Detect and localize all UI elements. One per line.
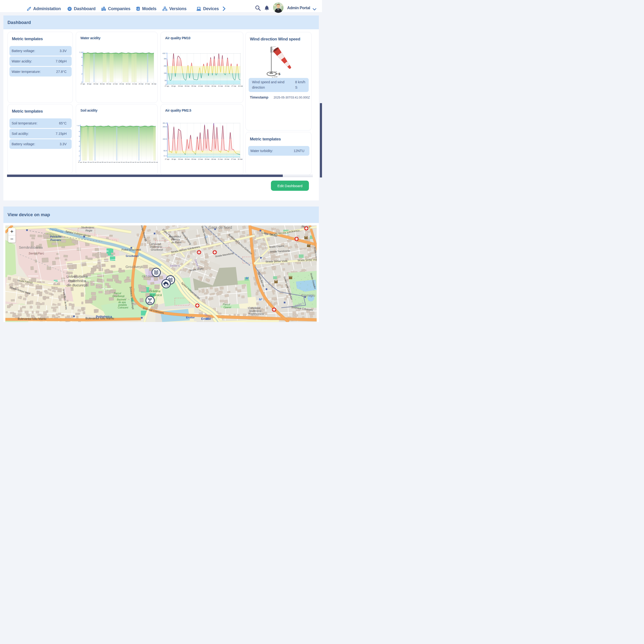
svg-text:55.5: 55.5 <box>163 150 167 152</box>
svg-text:Gara de Nord: Gara de Nord <box>209 225 232 230</box>
svg-text:03 mai: 03 mai <box>178 85 183 87</box>
svg-text:21 mai: 21 mai <box>132 83 137 85</box>
svg-text:Bulevardul Iuliu Maniu: Bulevardul Iuliu Maniu <box>85 317 114 320</box>
svg-text:Petrache: Petrache <box>50 235 61 238</box>
svg-text:Sema Parc: Sema Parc <box>29 252 44 255</box>
svg-text:30 apr.: 30 apr. <box>87 83 92 85</box>
svg-text:Parcul: Parcul <box>114 292 121 295</box>
svg-text:2: 2 <box>81 73 82 75</box>
svg-text:Campusul: Campusul <box>149 242 161 245</box>
svg-text:Operei: Operei <box>223 306 231 309</box>
svg-text:14 mai: 14 mai <box>116 161 120 163</box>
svg-text:6: 6 <box>81 56 82 58</box>
svg-text:06 mai: 06 mai <box>97 161 101 163</box>
svg-text:de apa: de apa <box>118 301 126 304</box>
svg-text:24 mai: 24 mai <box>139 161 144 163</box>
svg-text:Parcul: Parcul <box>223 303 230 306</box>
svg-text:SE: SE <box>274 70 277 73</box>
svg-text:𝑀: 𝑀 <box>206 317 209 321</box>
svg-text:09 mai: 09 mai <box>192 158 196 160</box>
svg-text:02 mai: 02 mai <box>88 161 92 163</box>
svg-text:20 mai: 20 mai <box>130 161 134 163</box>
svg-text:27 apr.: 27 apr. <box>78 161 83 163</box>
svg-text:03 mai: 03 mai <box>93 83 98 85</box>
svg-text:150.5: 150.5 <box>163 138 167 140</box>
svg-text:24 mai: 24 mai <box>224 158 229 160</box>
svg-text:4: 4 <box>81 65 82 66</box>
svg-text:7.15: 7.15 <box>79 52 82 53</box>
svg-text:428.7: 428.7 <box>162 53 167 54</box>
svg-text:08 mai: 08 mai <box>102 161 106 163</box>
svg-text:281.4: 281.4 <box>163 122 167 124</box>
svg-text:Semănătoarea: Semănătoarea <box>19 245 43 249</box>
svg-text:6: 6 <box>79 131 80 132</box>
svg-text:55: 55 <box>165 80 167 81</box>
svg-text:SW: SW <box>274 75 277 78</box>
svg-text:24 mai: 24 mai <box>225 85 230 87</box>
svg-text:12 mai: 12 mai <box>111 161 115 163</box>
svg-text:30 apr.: 30 apr. <box>171 85 176 87</box>
svg-text:Kogălniceanu: Kogălniceanu <box>248 312 264 315</box>
svg-text:0: 0 <box>79 160 80 161</box>
svg-text:12.1: 12.1 <box>163 155 167 157</box>
svg-text:27 apr.: 27 apr. <box>165 85 169 87</box>
svg-text:27 mai: 27 mai <box>145 83 150 85</box>
svg-text:Complexul: Complexul <box>248 307 260 309</box>
svg-text:din București: din București <box>67 283 88 287</box>
svg-text:𝑀: 𝑀 <box>259 298 262 301</box>
svg-text:355: 355 <box>164 58 166 60</box>
svg-text:24 mai: 24 mai <box>138 83 143 85</box>
svg-text:5: 5 <box>79 136 80 137</box>
svg-text:26 mai: 26 mai <box>144 161 148 163</box>
svg-text:10 mai: 10 mai <box>107 161 111 163</box>
svg-text:06 mai: 06 mai <box>185 158 190 160</box>
svg-text:255: 255 <box>164 65 166 67</box>
svg-text:0: 0 <box>165 84 166 85</box>
svg-text:12 mai: 12 mai <box>198 85 203 87</box>
svg-text:27 mai: 27 mai <box>231 85 236 87</box>
svg-text:30 apr.: 30 apr. <box>83 161 87 163</box>
svg-text:E: E <box>272 71 274 72</box>
svg-text:Podul Grozăvești: Podul Grozăvești <box>122 248 141 251</box>
svg-text:155: 155 <box>164 72 166 74</box>
svg-text:09 mai: 09 mai <box>191 85 196 87</box>
svg-text:27 apr.: 27 apr. <box>165 158 170 160</box>
svg-text:Grozăvești: Grozăvești <box>151 248 163 251</box>
svg-text:18 mai: 18 mai <box>211 158 216 160</box>
svg-text:06 mai: 06 mai <box>185 85 190 87</box>
svg-text:7.21: 7.21 <box>77 125 80 126</box>
svg-text:Cotroceni: Cotroceni <box>118 306 129 309</box>
svg-text:Politehnica: Politehnica <box>68 279 86 283</box>
svg-text:09 mai: 09 mai <box>106 83 111 85</box>
svg-text:2: 2 <box>79 150 80 152</box>
svg-text:Regie: Regie <box>85 229 92 232</box>
svg-text:Studențesc: Studențesc <box>81 226 94 229</box>
svg-text:16 mai: 16 mai <box>121 161 125 163</box>
svg-text:de Paine: de Paine <box>171 241 181 244</box>
svg-text:18 mai: 18 mai <box>211 85 216 87</box>
svg-text:30 mai: 30 mai <box>152 83 156 85</box>
svg-text:06 mai: 06 mai <box>100 83 105 85</box>
svg-text:potabila: potabila <box>118 304 127 306</box>
svg-text:21 mai: 21 mai <box>218 85 223 87</box>
svg-text:27 apr.: 27 apr. <box>81 83 85 85</box>
svg-text:04 mai: 04 mai <box>92 161 96 163</box>
svg-text:Bulevardul Iuliu Maniu: Bulevardul Iuliu Maniu <box>18 317 46 321</box>
svg-text:21 mai: 21 mai <box>218 158 223 160</box>
svg-text:15 mai: 15 mai <box>119 83 124 85</box>
svg-text:Grozăvești: Grozăvești <box>112 295 125 298</box>
svg-text:30 apr.: 30 apr. <box>171 158 176 160</box>
svg-text:Poenaru: Poenaru <box>50 238 61 241</box>
svg-text:30 mai: 30 mai <box>238 85 243 87</box>
svg-text:1: 1 <box>79 155 80 157</box>
svg-text:Bazinele: Bazinele <box>117 298 126 301</box>
svg-text:4: 4 <box>79 141 80 142</box>
svg-text:Eroilor: Eroilor <box>186 316 195 319</box>
svg-text:0: 0 <box>81 81 82 83</box>
svg-text:Grozăvești: Grozăvești <box>125 265 143 269</box>
svg-text:3: 3 <box>79 146 80 147</box>
svg-text:Cișmigiu: Cișmigiu <box>301 293 315 297</box>
svg-text:12 mai: 12 mai <box>113 83 118 85</box>
svg-text:15 mai: 15 mai <box>205 85 210 87</box>
svg-text:03 mai: 03 mai <box>178 158 183 160</box>
